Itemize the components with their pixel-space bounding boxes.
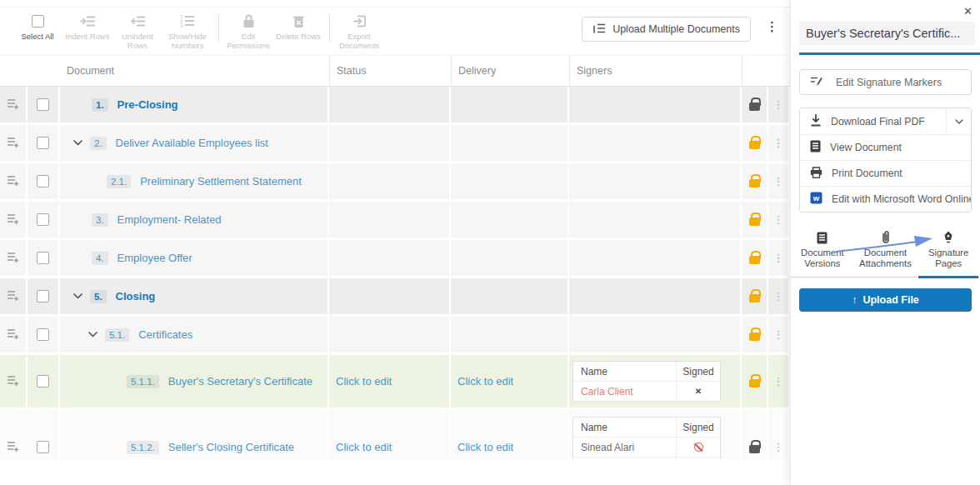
show-hide-numbers-button[interactable]: 123 Show/Hide Numbers: [163, 12, 212, 50]
row-menu-icon[interactable]: ⋮: [768, 442, 788, 452]
document-link[interactable]: Employee Offer: [118, 252, 192, 264]
lock-icon[interactable]: [749, 102, 760, 111]
chevron-down-icon[interactable]: [73, 293, 82, 299]
delivery-click-to-edit[interactable]: Click to edit: [451, 375, 513, 388]
download-final-pdf-button[interactable]: Download Final PDF: [800, 108, 971, 134]
signer-name: Carla Client: [573, 382, 677, 401]
row-menu-icon[interactable]: ⋮: [768, 330, 788, 339]
lock-icon[interactable]: [749, 379, 760, 388]
row-number-badge: 1.: [92, 98, 108, 112]
table-header: Document Status Delivery Signers: [0, 55, 790, 87]
chevron-down-icon[interactable]: [88, 332, 98, 338]
drag-handle-icon[interactable]: [7, 328, 19, 342]
row-number-badge: 5.: [90, 290, 107, 303]
row-menu-icon[interactable]: ⋮: [768, 138, 788, 148]
row-menu-icon[interactable]: ⋮: [768, 215, 788, 224]
row-checkbox[interactable]: [37, 252, 49, 264]
row-menu-icon[interactable]: ⋮: [768, 253, 788, 262]
document-versions-icon: [791, 228, 854, 244]
close-icon[interactable]: ✕: [963, 5, 972, 18]
signer-row: Carla Client✕: [573, 381, 720, 401]
panel-title-underline: [799, 52, 980, 55]
document-link[interactable]: Employment- Related: [118, 213, 222, 226]
document-link[interactable]: Closing: [116, 290, 156, 302]
tab-signature-pages[interactable]: Signature Pages: [917, 226, 980, 277]
status-click-to-edit[interactable]: Click to edit: [329, 375, 392, 388]
export-documents-button[interactable]: Export Documents: [335, 12, 383, 50]
tab-document-attachments[interactable]: Document Attachments: [854, 226, 918, 277]
lock-icon[interactable]: [749, 179, 760, 188]
row-checkbox[interactable]: [37, 98, 49, 111]
print-document-button[interactable]: Print Document: [800, 160, 971, 186]
indent-rows-button[interactable]: Indent Rows: [63, 12, 112, 41]
row-menu-icon[interactable]: ⋮: [768, 100, 788, 109]
svg-text:3: 3: [180, 23, 183, 28]
permissions-lock-icon: [242, 12, 255, 29]
delete-rows-button[interactable]: Delete Rows: [274, 12, 322, 41]
delivery-click-to-edit[interactable]: Click to edit: [451, 441, 513, 453]
row-checkbox[interactable]: [37, 441, 49, 453]
select-all-checkbox[interactable]: [32, 15, 44, 28]
download-options-dropdown[interactable]: [946, 108, 971, 134]
status-click-to-edit[interactable]: Click to edit: [329, 441, 392, 453]
row-checkbox[interactable]: [37, 328, 49, 341]
document-link[interactable]: Seller's Closing Certificate: [168, 441, 294, 453]
drag-handle-icon[interactable]: [7, 251, 19, 266]
unindent-rows-button[interactable]: Unindent Rows: [113, 12, 162, 50]
lock-icon[interactable]: [749, 141, 760, 149]
tab-document-versions[interactable]: Document Versions: [791, 226, 854, 277]
row-checkbox[interactable]: [37, 213, 49, 226]
lock-icon[interactable]: [749, 218, 760, 226]
row-checkbox[interactable]: [37, 290, 49, 302]
table-row: 5.1.2.Seller's Closing CertificateClick …: [0, 410, 790, 459]
signers-table: NameSignedCarla Client✕: [572, 361, 721, 402]
view-document-icon: [810, 140, 821, 155]
row-checkbox[interactable]: [37, 137, 49, 149]
kebab-icon[interactable]: ⋮: [766, 21, 778, 32]
document-link[interactable]: Certificates: [138, 328, 192, 341]
row-checkbox[interactable]: [37, 175, 49, 188]
document-link[interactable]: Buyer's Secretary's Certificate: [168, 375, 312, 388]
view-document-button[interactable]: View Document: [800, 134, 971, 160]
chevron-down-icon: [955, 119, 963, 124]
printer-icon: [810, 167, 822, 181]
document-link[interactable]: Deliver Available Employees list: [116, 137, 268, 149]
row-menu-icon[interactable]: ⋮: [768, 377, 788, 386]
panel-tabs: Document Versions Document Attachments S…: [791, 226, 980, 278]
column-header-document: Document: [60, 56, 329, 86]
lock-icon[interactable]: [749, 294, 760, 302]
drag-handle-icon[interactable]: [7, 440, 19, 455]
edit-with-word-button[interactable]: w Edit with Microsoft Word Online: [800, 186, 971, 212]
paperclip-icon: [854, 228, 918, 244]
drag-handle-icon[interactable]: [7, 374, 19, 389]
drag-handle-icon[interactable]: [7, 212, 19, 228]
document-link[interactable]: Preliminary Settlement Statement: [140, 175, 302, 188]
select-all-control[interactable]: Select All: [13, 12, 62, 41]
signers-header-name: Name: [573, 362, 677, 381]
unindent-icon: [130, 12, 146, 29]
main-area: Select All Indent Rows Unindent Rows 123…: [0, 0, 790, 485]
upload-file-button[interactable]: ↑ Upload File: [799, 288, 972, 312]
document-actions-menu: Download Final PDF View Document Print D…: [799, 108, 972, 212]
edit-permissions-button[interactable]: Edit Permissions: [224, 12, 272, 50]
row-menu-icon[interactable]: ⋮: [768, 292, 788, 301]
upload-multiple-documents-button[interactable]: Upload Multiple Documents: [582, 17, 751, 42]
row-checkbox[interactable]: [37, 375, 49, 388]
signer-row: Carla Client: [573, 457, 720, 459]
drag-handle-icon[interactable]: [7, 136, 19, 151]
row-menu-icon[interactable]: ⋮: [768, 177, 788, 186]
lock-icon[interactable]: [749, 256, 760, 264]
drag-handle-icon[interactable]: [7, 98, 19, 112]
row-number-badge: 5.1.: [105, 328, 129, 342]
signer-name: Sinead Alari: [573, 438, 677, 457]
edit-signature-markers-button[interactable]: Edit Signature Markers: [799, 69, 972, 95]
upload-arrow-icon: ↑: [852, 294, 857, 306]
signers-header-signed: Signed: [677, 418, 720, 437]
table-row: 3.Employment- Related⋮: [0, 202, 790, 240]
drag-handle-icon[interactable]: [7, 289, 19, 304]
chevron-down-icon[interactable]: [73, 140, 82, 146]
lock-icon[interactable]: [749, 332, 760, 341]
lock-icon[interactable]: [749, 445, 760, 453]
document-link[interactable]: Pre-Closing: [118, 98, 178, 111]
drag-handle-icon[interactable]: [7, 174, 19, 189]
